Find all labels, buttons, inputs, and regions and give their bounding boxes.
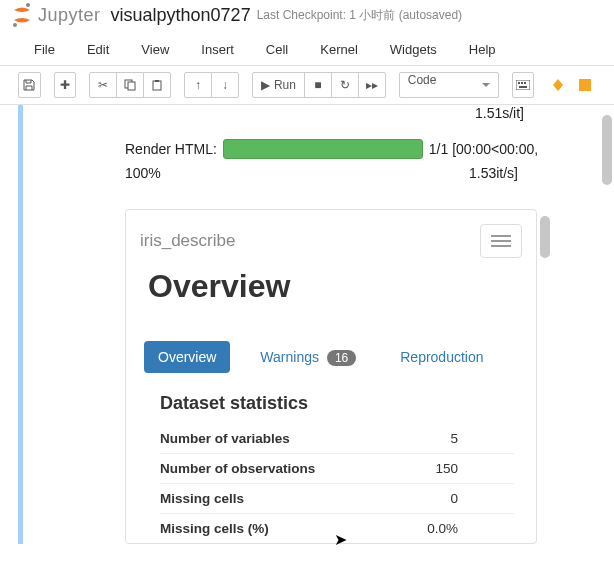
report-title: Overview — [126, 266, 536, 323]
progress-percent: 100% — [125, 165, 161, 181]
cut-button[interactable]: ✂ — [89, 72, 117, 98]
report-frame: iris_describe Overview Overview Warnings… — [125, 209, 537, 544]
output-cell: 1.51s/it] Render HTML: 1/1 [00:00<00:00,… — [18, 105, 596, 544]
stat-value: 5 — [450, 431, 514, 446]
stat-value: 0 — [450, 491, 514, 506]
menu-insert[interactable]: Insert — [201, 42, 234, 57]
menu-file[interactable]: File — [34, 42, 55, 57]
run-button[interactable]: ▶ Run — [252, 72, 305, 98]
warnings-badge: 16 — [327, 350, 356, 366]
checkpoint-text: Last Checkpoint: 1 小时前 (autosaved) — [257, 7, 462, 24]
header: Jupyter visualpython0727 Last Checkpoint… — [0, 0, 614, 34]
tab-warnings-label: Warnings — [260, 349, 319, 365]
menu-edit[interactable]: Edit — [87, 42, 109, 57]
svg-rect-4 — [153, 81, 161, 90]
tab-overview[interactable]: Overview — [144, 341, 230, 373]
jupyter-logo-icon — [10, 2, 34, 28]
svg-rect-6 — [516, 80, 530, 90]
menu-kernel[interactable]: Kernel — [320, 42, 358, 57]
menu-cell[interactable]: Cell — [266, 42, 288, 57]
svg-rect-3 — [128, 82, 135, 90]
stat-label: Number of variables — [160, 431, 290, 446]
stat-label: Missing cells — [160, 491, 244, 506]
save-button[interactable] — [18, 72, 41, 98]
report-tabs: Overview Warnings 16 Reproduction — [126, 323, 536, 387]
move-up-button[interactable]: ↑ — [184, 72, 212, 98]
copy-button[interactable] — [116, 72, 144, 98]
cell-type-label: Code — [408, 73, 437, 87]
table-row: Number of variables5 — [160, 424, 514, 453]
stat-label: Number of observations — [160, 461, 315, 476]
svg-rect-10 — [519, 86, 527, 88]
add-cell-button[interactable]: ✚ — [54, 72, 77, 98]
notebook-area: 1.51s/it] Render HTML: 1/1 [00:00<00:00,… — [0, 105, 614, 576]
restart-button[interactable]: ↻ — [331, 72, 359, 98]
progress-stats: 1/1 [00:00<00:00, — [429, 141, 538, 157]
paste-button[interactable] — [143, 72, 171, 98]
tab-warnings[interactable]: Warnings 16 — [246, 341, 370, 373]
tab-reproduction[interactable]: Reproduction — [386, 341, 497, 373]
stats-table: Number of variables5 Number of observati… — [126, 424, 536, 543]
stats-section-title: Dataset statistics — [126, 387, 536, 424]
logo-text: Jupyter — [38, 5, 101, 26]
stat-value: 0.0% — [427, 521, 514, 536]
render-label: Render HTML: — [125, 141, 217, 157]
svg-rect-11 — [579, 79, 591, 91]
menu-help[interactable]: Help — [469, 42, 496, 57]
table-row: Missing cells0 — [160, 483, 514, 513]
svg-rect-8 — [521, 82, 523, 84]
notebook-name[interactable]: visualpython0727 — [111, 5, 251, 26]
progress-rate: 1.53it/s] — [469, 165, 518, 181]
svg-rect-5 — [155, 80, 159, 82]
scrollbar[interactable] — [602, 115, 612, 185]
prev-progress-rate: 1.51s/it] — [29, 105, 586, 121]
svg-point-1 — [13, 23, 17, 27]
table-row: Number of observations150 — [160, 453, 514, 483]
table-row: Missing cells (%)0.0% — [160, 513, 514, 543]
restart-run-all-button[interactable]: ▸▸ — [358, 72, 386, 98]
report-scrollbar[interactable] — [540, 216, 550, 258]
svg-rect-9 — [524, 82, 526, 84]
report-name: iris_describe — [140, 231, 235, 251]
toolbar: ✚ ✂ ↑ ↓ ▶ Run ■ ↻ ▸▸ Code — [0, 66, 614, 105]
visualpython-button[interactable] — [547, 72, 569, 98]
menu-view[interactable]: View — [141, 42, 169, 57]
move-down-button[interactable]: ↓ — [211, 72, 239, 98]
hamburger-button[interactable] — [480, 224, 522, 258]
stat-value: 150 — [435, 461, 514, 476]
logo[interactable]: Jupyter — [10, 2, 101, 28]
run-label: Run — [274, 78, 296, 92]
progress-row: Render HTML: 1/1 [00:00<00:00, — [29, 139, 586, 159]
menubar: File Edit View Insert Cell Kernel Widget… — [0, 34, 614, 66]
progress-bar — [223, 139, 423, 159]
svg-point-0 — [26, 3, 30, 7]
svg-rect-7 — [518, 82, 520, 84]
interrupt-button[interactable]: ■ — [304, 72, 332, 98]
command-palette-button[interactable] — [512, 72, 535, 98]
orange-square-button[interactable] — [574, 72, 596, 98]
menu-widgets[interactable]: Widgets — [390, 42, 437, 57]
cell-type-select[interactable]: Code — [399, 72, 499, 98]
stat-label: Missing cells (%) — [160, 521, 269, 536]
